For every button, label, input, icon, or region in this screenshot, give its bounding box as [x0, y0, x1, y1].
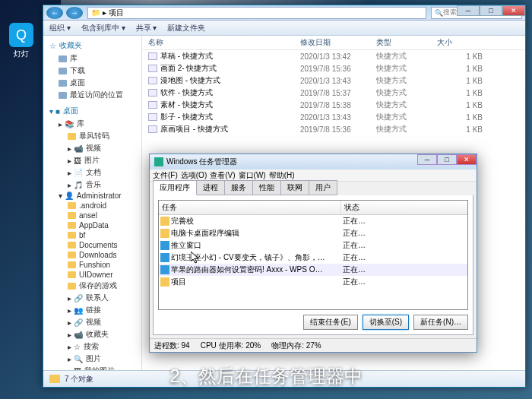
nav-forward-button[interactable]: → [66, 7, 83, 19]
sidebar-item[interactable]: 下载 [43, 65, 141, 77]
end-task-button[interactable]: 结束任务(E) [303, 315, 357, 330]
shortcut-label: 灯灯 [6, 49, 36, 59]
app-icon: Q [9, 23, 33, 47]
toolbar-include[interactable]: 包含到库中 ▾ [81, 23, 125, 33]
sidebar-item[interactable]: Funshion [43, 260, 141, 270]
sidebar-item[interactable]: ▸ 📹 视频 [43, 142, 141, 154]
sidebar-item[interactable]: 库 [43, 52, 141, 65]
sidebar-item[interactable]: bf [43, 230, 141, 240]
sidebar-item[interactable]: 最近访问的位置 [43, 89, 141, 101]
file-row[interactable]: 画面 2- 快捷方式2019/7/8 15:36快捷方式1 KB [142, 62, 525, 74]
sidebar-item[interactable]: ansel [43, 211, 141, 220]
file-row[interactable]: 原画项目 - 快捷方式2019/7/8 15:36快捷方式1 KB [142, 123, 525, 135]
file-row[interactable]: 素材 - 快捷方式2019/7/8 15:38快捷方式1 KB [142, 99, 525, 111]
maximize-button[interactable]: □ [437, 154, 457, 165]
menu-options[interactable]: 选项(O) [181, 170, 207, 181]
toolbar-organize[interactable]: 组织 ▾ [49, 23, 71, 33]
minimize-button[interactable]: ─ [417, 154, 437, 165]
tab-networking[interactable]: 联网 [280, 180, 309, 195]
window-controls: ─ □ ✕ [457, 5, 525, 16]
explorer-sidebar: ☆ 收藏夹 库 下载 桌面 最近访问的位置 ▾ ■ 桌面 ▸ 📚 库 暴风转码 … [43, 36, 142, 370]
nav-back-button[interactable]: ← [46, 7, 63, 19]
file-row[interactable]: 影子 - 快捷方式2020/1/3 13:43快捷方式1 KB [142, 111, 525, 123]
task-list-header[interactable]: 任务状态 [159, 201, 467, 215]
menu-windows[interactable]: 窗口(W) [239, 170, 266, 181]
tab-services[interactable]: 服务 [224, 180, 253, 195]
task-row[interactable]: 完善校正在… [159, 215, 467, 227]
task-manager-title: Windows 任务管理器 [166, 157, 237, 167]
tab-applications[interactable]: 应用程序 [153, 180, 197, 195]
minimize-button[interactable]: ─ [457, 5, 480, 16]
tutorial-caption: 2、然后在任务管理器中 [0, 364, 532, 388]
sidebar-item[interactable]: 保存的游戏 [43, 280, 141, 292]
switch-to-button[interactable]: 切换至(S) [363, 315, 409, 330]
task-manager-buttons: 结束任务(E) 切换至(S) 新任务(N)… [158, 315, 468, 330]
sidebar-item[interactable]: Downloads [43, 250, 141, 260]
address-field[interactable]: 📁 ▸ 项目 [87, 7, 426, 19]
desktop-shortcut[interactable]: Q 灯灯 [6, 23, 36, 59]
sidebar-item[interactable]: 桌面 [43, 77, 141, 89]
toolbar-newfolder[interactable]: 新建文件夹 [167, 23, 205, 33]
sidebar-item[interactable]: ▸ 📹 收藏夹 [43, 328, 141, 340]
task-row[interactable]: 项目正在… [159, 276, 467, 288]
close-button[interactable]: ✕ [502, 5, 525, 16]
column-headers[interactable]: 名称修改日期类型大小 [142, 36, 525, 50]
sidebar-item[interactable]: ▸ 🔗 联系人 [43, 292, 141, 304]
task-row[interactable]: 电脑卡桌面程序编辑正在… [159, 227, 467, 239]
tab-processes[interactable]: 进程 [196, 180, 225, 195]
close-button[interactable]: ✕ [457, 154, 477, 165]
sidebar-item[interactable]: 暴风转码 [43, 130, 141, 142]
menu-help[interactable]: 帮助(H) [269, 170, 295, 181]
tab-users[interactable]: 用户 [309, 180, 337, 195]
menu-file[interactable]: 文件(F) [153, 170, 178, 181]
tab-performance[interactable]: 性能 [252, 180, 281, 195]
sidebar-item[interactable]: ▸ ☆ 搜索 [43, 340, 141, 353]
task-manager-window: Windows 任务管理器 ─ □ ✕ 文件(F) 选项(O) 查看(V) 窗口… [149, 154, 477, 353]
sidebar-item[interactable]: AppData [43, 220, 141, 230]
process-count: 进程数: 94 [154, 340, 190, 351]
sidebar-item[interactable]: ▸ 🖼 图片 [43, 154, 141, 166]
file-row[interactable]: 漫地图 - 快捷方式2020/1/3 13:43快捷方式1 KB [142, 74, 525, 87]
task-list: 任务状态 完善校正在… 电脑卡桌面程序编辑正在… 推立窗口正在… 幻境王座小幻 … [158, 200, 468, 310]
sidebar-item[interactable]: Documents [43, 240, 141, 250]
menu-view[interactable]: 查看(V) [210, 170, 235, 181]
maximize-button[interactable]: □ [480, 5, 502, 16]
task-row[interactable]: 苹果的路由器如何设置密码! Axxx - WPS O…正在… [159, 264, 467, 276]
sidebar-item[interactable]: ▸ 🎵 音乐 [43, 179, 141, 191]
sidebar-item[interactable]: ▾ 👤 Administrator [43, 191, 141, 201]
explorer-toolbar: 组织 ▾ 包含到库中 ▾ 共享 ▾ 新建文件夹 [43, 21, 525, 36]
file-row[interactable]: 草稿 - 快捷方式2020/1/3 13:42快捷方式1 KB [142, 50, 525, 62]
sidebar-item[interactable]: ▸ 📄 文档 [43, 166, 141, 179]
task-manager-status: 进程数: 94 CPU 使用率: 20% 物理内存: 27% [150, 338, 477, 352]
sidebar-item[interactable]: .android [43, 201, 141, 211]
sidebar-favorites[interactable]: ☆ 收藏夹 [43, 39, 141, 52]
sidebar-item[interactable]: ▸ 📚 库 [43, 118, 141, 130]
sidebar-item[interactable]: ▸ 👥 链接 [43, 304, 141, 316]
window-controls: ─ □ ✕ [417, 154, 477, 165]
explorer-address-bar: ← → 📁 ▸ 项目 🔍 搜索 项目 [43, 5, 525, 21]
file-row[interactable]: 软件 - 快捷方式2019/7/8 15:37快捷方式1 KB [142, 87, 525, 99]
sidebar-item[interactable]: ▸ 🔍 图片 [43, 353, 141, 365]
sidebar-item[interactable]: ▸ 🔗 视频 [43, 316, 141, 328]
mem-usage: 物理内存: 27% [271, 340, 321, 351]
sidebar-desktop[interactable]: ▾ ■ 桌面 [43, 104, 141, 118]
task-row[interactable]: 推立窗口正在… [159, 239, 467, 252]
task-manager-titlebar: Windows 任务管理器 ─ □ ✕ [150, 154, 477, 169]
task-manager-tabs: 应用程序 进程 服务 性能 联网 用户 [150, 182, 477, 195]
cpu-usage: CPU 使用率: 20% [201, 340, 261, 351]
new-task-button[interactable]: 新任务(N)… [413, 315, 468, 330]
toolbar-share[interactable]: 共享 ▾ [136, 23, 157, 33]
sidebar-item[interactable]: UIDowner [43, 270, 141, 280]
task-manager-icon [154, 157, 163, 166]
task-row[interactable]: 幻境王座小幻 - CV要变天，镇子》、角影，…正在… [159, 252, 467, 264]
